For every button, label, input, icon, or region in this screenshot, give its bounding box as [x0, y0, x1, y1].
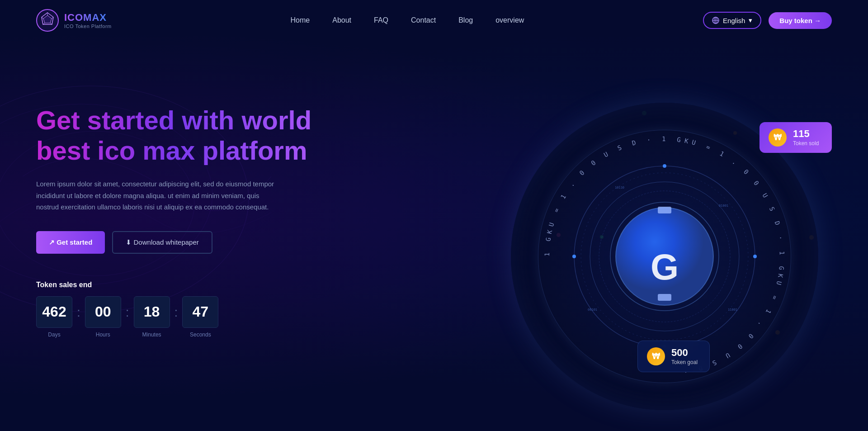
svg-point-21 [753, 255, 757, 258]
globe-icon [712, 17, 719, 24]
countdown-separator-1: : [72, 296, 85, 320]
svg-rect-32 [658, 294, 671, 301]
token-goal-icon: ₩ [647, 347, 665, 365]
hero-coin-visual: ₩ 115 Token sold ₩ 500 Token goal [461, 41, 868, 431]
nav-home[interactable]: Home [291, 16, 310, 24]
countdown-seconds: 47 Seconds [182, 296, 218, 338]
token-goal-number: 500 [671, 348, 698, 358]
token-sold-number: 115 [793, 129, 819, 139]
token-sold-icon: ₩ [769, 128, 787, 147]
countdown-days: 462 Days [36, 296, 72, 338]
nav-overview[interactable]: overview [495, 16, 524, 24]
nav-faq[interactable]: FAQ [374, 16, 388, 24]
countdown-label: Token sales end [36, 281, 311, 289]
hero-buttons: ↗ Get started ⬇ Download whitepaper [36, 231, 311, 254]
token-sold-badge: ₩ 115 Token sold [760, 122, 832, 153]
download-whitepaper-button[interactable]: ⬇ Download whitepaper [112, 231, 212, 254]
hero-heading: Get started with world best ico max plat… [36, 105, 311, 166]
countdown-days-label: Days [48, 332, 60, 338]
nav-about[interactable]: About [332, 16, 351, 24]
token-goal-label: Token goal [671, 359, 698, 365]
token-sold-label: Token sold [793, 140, 819, 147]
countdown-days-value: 462 [36, 296, 72, 328]
get-started-button[interactable]: ↗ Get started [36, 231, 105, 254]
navbar: ICOMAX ICO Token Platform Home About FAQ… [0, 0, 868, 41]
hero-heading-line2: best ico max platform [36, 136, 307, 165]
countdown-separator-2: : [121, 296, 134, 320]
logo-icon [36, 9, 59, 32]
svg-text:10110: 10110 [615, 186, 624, 189]
countdown-minutes-label: Minutes [142, 332, 161, 338]
language-label: English [723, 17, 745, 24]
countdown-seconds-label: Seconds [190, 332, 211, 338]
hero-heading-line1: Get started with world [36, 105, 311, 135]
countdown-minutes: 18 Minutes [134, 296, 170, 338]
chevron-down-icon: ▾ [749, 16, 752, 24]
svg-text:11001: 11001 [728, 308, 737, 312]
token-sold-info: 115 Token sold [793, 129, 819, 147]
countdown-section: Token sales end 462 Days : 00 Hours : 18… [36, 281, 311, 338]
countdown-hours-value: 00 [85, 296, 121, 328]
hero-section: Get started with world best ico max plat… [0, 41, 868, 412]
logo[interactable]: ICOMAX ICO Token Platform [36, 9, 112, 32]
svg-point-24 [663, 164, 666, 168]
nav-contact[interactable]: Contact [411, 16, 436, 24]
logo-title: ICOMAX [64, 12, 112, 24]
token-goal-info: 500 Token goal [671, 348, 698, 365]
logo-subtitle: ICO Token Platform [64, 24, 112, 29]
nav-right: English ▾ Buy token → [703, 12, 832, 29]
buy-token-button[interactable]: Buy token → [769, 12, 832, 29]
svg-text:01001: 01001 [719, 204, 728, 208]
token-goal-badge: ₩ 500 Token goal [637, 341, 710, 372]
svg-rect-31 [658, 207, 671, 213]
buy-token-label: Buy token → [779, 17, 821, 24]
nav-blog[interactable]: Blog [458, 16, 473, 24]
nav-links: Home About FAQ Contact Blog overview [291, 16, 524, 24]
countdown-hours-label: Hours [96, 332, 110, 338]
language-button[interactable]: English ▾ [703, 12, 761, 29]
countdown-minutes-value: 18 [134, 296, 170, 328]
logo-text: ICOMAX ICO Token Platform [64, 12, 112, 29]
hero-description: Lorem ipsum dolor sit amet, consectetur … [36, 178, 280, 213]
countdown-timer: 462 Days : 00 Hours : 18 Minutes : 47 Se… [36, 296, 311, 338]
hero-content: Get started with world best ico max plat… [36, 105, 311, 338]
countdown-seconds-value: 47 [182, 296, 218, 328]
svg-text:G: G [651, 247, 679, 287]
svg-text:00101: 00101 [588, 308, 597, 312]
countdown-separator-3: : [170, 296, 183, 320]
countdown-hours: 00 Hours [85, 296, 121, 338]
svg-point-22 [572, 255, 576, 258]
